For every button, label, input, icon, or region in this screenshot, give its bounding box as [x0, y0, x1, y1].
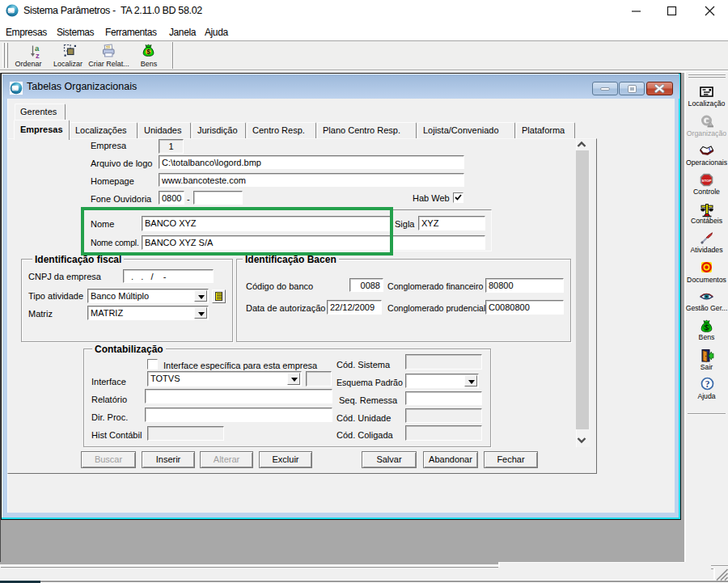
svg-text:?: ?	[705, 379, 710, 389]
svg-text:$: $	[705, 323, 709, 332]
svg-text:STOP: STOP	[702, 179, 712, 183]
svg-text:z: z	[36, 51, 40, 59]
svg-text:$: $	[146, 48, 150, 56]
